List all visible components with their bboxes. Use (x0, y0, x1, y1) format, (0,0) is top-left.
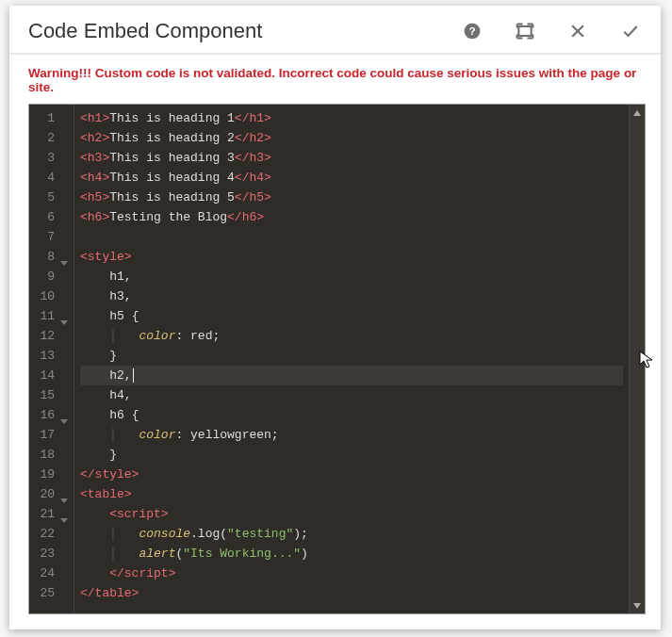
gutter-line: 1 (33, 108, 68, 128)
gutter-line: 13 (33, 346, 68, 366)
gutter-line: 18 (33, 445, 68, 465)
gutter-line: 4 (33, 168, 68, 188)
scroll-up-icon[interactable] (630, 105, 645, 121)
gutter-line: 12 (33, 326, 68, 346)
code-line[interactable]: </table> (80, 583, 623, 603)
code-line[interactable]: │ color: red; (80, 326, 623, 346)
gutter-line: 21 (33, 504, 68, 524)
fold-icon (58, 569, 68, 579)
fold-icon (58, 589, 68, 598)
warning-message: Warning!!! Custom code is not validated.… (9, 55, 661, 104)
gutter-line: 8 (33, 247, 68, 267)
fold-icon (58, 470, 68, 480)
code-line[interactable]: <h3>This is heading 3</h3> (80, 148, 623, 168)
code-line[interactable]: h5 { (80, 306, 623, 326)
code-line[interactable]: </script> (80, 564, 623, 583)
help-icon[interactable]: ? (461, 20, 484, 42)
fold-icon (58, 233, 68, 242)
fold-icon (58, 450, 68, 460)
code-line[interactable]: } (80, 445, 623, 465)
fold-icon[interactable] (58, 253, 68, 262)
code-line[interactable]: </style> (80, 465, 623, 484)
scroll-down-icon[interactable] (630, 597, 645, 613)
code-line[interactable]: h3, (80, 286, 623, 306)
editor-gutter: 1234567891011121314151617181920212223242… (29, 105, 74, 613)
close-icon[interactable] (566, 20, 589, 42)
fold-icon[interactable] (58, 510, 68, 519)
fold-icon (58, 173, 68, 183)
code-line[interactable]: │ alert("Its Working...") (80, 544, 623, 564)
editor-code[interactable]: <h1>This is heading 1</h1><h2>This is he… (74, 105, 629, 613)
code-line[interactable]: h2, (80, 366, 623, 385)
fold-icon (58, 272, 68, 282)
dialog: Code Embed Component ? Warning!!! Custom… (9, 6, 661, 629)
fold-icon (58, 431, 68, 440)
fold-icon (58, 332, 68, 341)
svg-marker-13 (633, 110, 641, 116)
svg-rect-2 (518, 26, 531, 36)
gutter-line: 6 (33, 207, 68, 227)
gutter-line: 16 (33, 405, 68, 425)
code-line[interactable]: <style> (80, 247, 623, 267)
gutter-line: 20 (33, 484, 68, 504)
gutter-line: 22 (33, 524, 68, 544)
fold-icon (58, 351, 68, 361)
fold-icon (58, 292, 68, 302)
gutter-line: 2 (33, 128, 68, 148)
gutter-line: 24 (33, 564, 68, 583)
fold-icon (58, 193, 68, 203)
fold-icon (58, 371, 68, 381)
fold-icon[interactable] (58, 312, 68, 321)
code-line[interactable]: <script> (80, 504, 623, 524)
fold-icon (58, 530, 68, 539)
gutter-line: 5 (33, 188, 68, 207)
code-line[interactable]: } (80, 346, 623, 366)
code-line[interactable]: │ color: yellowgreen; (80, 425, 623, 445)
gutter-line: 25 (33, 583, 68, 603)
gutter-line: 11 (33, 306, 68, 326)
code-line[interactable]: <table> (80, 484, 623, 504)
code-line[interactable]: <h1>This is heading 1</h1> (80, 108, 623, 128)
code-line[interactable] (80, 227, 623, 247)
dialog-header: Code Embed Component ? (9, 6, 661, 55)
fold-icon[interactable] (58, 490, 68, 499)
svg-text:?: ? (468, 24, 475, 37)
code-line[interactable]: <h2>This is heading 2</h2> (80, 128, 623, 148)
code-line[interactable]: │ console.log("testing"); (80, 524, 623, 544)
confirm-icon[interactable] (619, 20, 642, 42)
fold-icon (58, 391, 68, 400)
code-line[interactable]: h1, (80, 267, 623, 286)
code-editor[interactable]: 1234567891011121314151617181920212223242… (28, 104, 646, 614)
dialog-title: Code Embed Component (28, 19, 461, 43)
fold-icon (58, 549, 68, 559)
gutter-line: 15 (33, 385, 68, 405)
gutter-line: 3 (33, 148, 68, 168)
code-line[interactable]: <h5>This is heading 5</h5> (80, 188, 623, 207)
code-line[interactable]: h6 { (80, 405, 623, 425)
gutter-line: 14 (33, 366, 68, 385)
fold-icon (58, 134, 68, 143)
fold-icon (58, 154, 68, 163)
editor-scrollbar[interactable] (629, 105, 645, 613)
gutter-line: 17 (33, 425, 68, 445)
fold-icon[interactable] (58, 411, 68, 420)
code-line[interactable]: <h4>This is heading 4</h4> (80, 168, 623, 188)
gutter-line: 10 (33, 286, 68, 306)
gutter-line: 9 (33, 267, 68, 286)
fold-icon (58, 114, 68, 123)
gutter-line: 7 (33, 227, 68, 247)
svg-marker-14 (633, 603, 641, 609)
header-actions: ? (461, 20, 642, 42)
fold-icon (58, 213, 68, 222)
fullscreen-icon[interactable] (514, 20, 536, 42)
gutter-line: 19 (33, 465, 68, 484)
code-line[interactable]: h4, (80, 385, 623, 405)
code-line[interactable]: <h6>Testing the Blog</h6> (80, 207, 623, 227)
gutter-line: 23 (33, 544, 68, 564)
